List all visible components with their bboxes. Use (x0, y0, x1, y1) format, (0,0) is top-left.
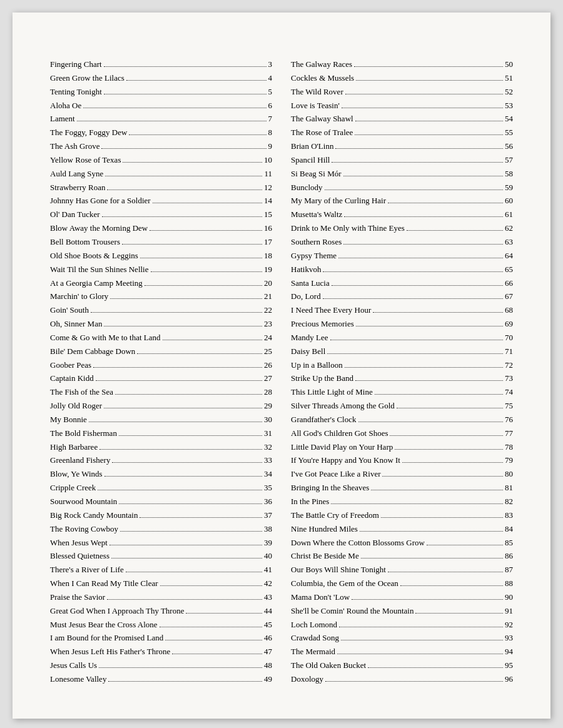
toc-entry-page: 41 (264, 564, 272, 576)
toc-entry: Must Jesus Bear the Cross Alone45 (50, 619, 272, 631)
toc-dots (354, 66, 503, 67)
toc-entry: Jolly Old Roger29 (50, 400, 272, 412)
toc-entry-page: 47 (264, 646, 272, 658)
toc-entry-title: Strawberry Roan (50, 182, 105, 194)
toc-entry: Big Rock Candy Mountain37 (50, 510, 272, 522)
toc-entry-page: 39 (264, 537, 272, 549)
toc-entry: Silver Threads Among the Gold75 (291, 400, 513, 412)
toc-entry-page: 96 (505, 674, 513, 685)
toc-columns: Fingering Chart3Green Grow the Lilacs4Te… (50, 59, 513, 687)
toc-entry: The Galway Races50 (291, 59, 513, 71)
toc-entry-page: 24 (264, 332, 272, 344)
toc-entry-page: 94 (505, 646, 513, 658)
toc-entry-page: 76 (505, 414, 513, 426)
toc-entry: Praise the Savior43 (50, 592, 272, 604)
toc-entry-page: 95 (505, 660, 513, 672)
toc-dots (98, 490, 262, 490)
toc-entry-page: 4 (268, 73, 273, 84)
toc-dots (104, 476, 262, 477)
toc-dots (358, 422, 503, 422)
toc-entry-title: My Bonnie (50, 414, 87, 426)
toc-dots (83, 108, 266, 108)
toc-dots (323, 271, 503, 272)
toc-dots (129, 134, 266, 135)
toc-entry-page: 70 (505, 332, 513, 344)
toc-entry: I am Bound for the Promised Land46 (50, 632, 272, 644)
toc-entry-page: 75 (505, 400, 513, 412)
toc-entry-title: Must Jesus Bear the Cross Alone (50, 619, 158, 631)
toc-entry: Wait Til the Sun Shines Nellie19 (50, 264, 272, 276)
toc-dots (427, 545, 503, 545)
toc-entry-title: Bringing In the Sheaves (291, 482, 369, 494)
toc-dots (104, 408, 262, 408)
toc-dots (373, 312, 503, 313)
toc-dots (107, 190, 262, 190)
toc-entry: Little David Play on Your Harp78 (291, 442, 513, 453)
toc-entry: Green Grow the Lilacs4 (50, 73, 272, 84)
toc-entry-title: Loch Lomond (291, 619, 337, 631)
toc-dots (137, 353, 262, 354)
toc-entry: Loch Lomond92 (291, 619, 513, 631)
toc-entry: She'll be Comin' Round the Mountain91 (291, 605, 513, 617)
toc-entry-page: 32 (264, 442, 272, 453)
toc-dots (145, 285, 262, 286)
toc-entry-title: Wait Til the Sun Shines Nellie (50, 264, 149, 276)
toc-entry-title: The Fish of the Sea (50, 387, 113, 398)
toc-entry-page: 28 (264, 387, 272, 398)
toc-entry: Southern Roses63 (291, 236, 513, 248)
toc-entry-page: 20 (264, 278, 272, 290)
toc-dots (105, 176, 262, 176)
toc-entry: Grandfather's Clock76 (291, 414, 513, 426)
toc-dots (151, 271, 263, 272)
toc-entry-page: 82 (505, 496, 513, 508)
toc-entry: I Need Thee Every Hour68 (291, 305, 513, 316)
toc-entry-page: 86 (505, 550, 513, 562)
toc-entry: Fingering Chart3 (50, 59, 272, 71)
toc-dots (327, 353, 503, 354)
toc-dots (150, 230, 262, 231)
toc-entry-title: Bile' Dem Cabbage Down (50, 346, 135, 358)
toc-entry-page: 83 (505, 510, 513, 522)
toc-entry: Strawberry Roan12 (50, 182, 272, 194)
toc-entry-page: 10 (264, 154, 272, 166)
toc-entry-title: Fingering Chart (50, 59, 102, 71)
toc-entry-title: If You're Happy and You Know It (291, 455, 400, 467)
toc-dots (102, 216, 262, 217)
toc-dots (339, 627, 503, 627)
toc-entry: Great God When I Approach Thy Throne44 (50, 605, 272, 617)
toc-entry-page: 51 (505, 73, 513, 84)
toc-dots (104, 94, 266, 94)
toc-entry-title: When Jesus Left His Father's Throne (50, 646, 170, 658)
toc-entry-title: In the Pines (291, 496, 329, 508)
toc-entry-page: 14 (264, 195, 272, 207)
toc-entry-page: 46 (264, 632, 272, 644)
toc-dots (153, 203, 262, 203)
toc-entry-title: Love is Teasin' (291, 100, 340, 112)
toc-entry: Aloha Oe6 (50, 100, 272, 112)
toc-entry: Blow Away the Morning Dew16 (50, 223, 272, 235)
toc-dots (123, 162, 262, 163)
toc-entry: All God's Children Got Shoes77 (291, 428, 513, 440)
toc-dots (99, 449, 262, 450)
toc-entry-title: I Need Thee Every Hour (291, 305, 371, 316)
toc-entry: Jesus Calls Us48 (50, 660, 272, 672)
toc-entry-title: Do, Lord (291, 291, 321, 303)
toc-entry-title: Bell Bottom Trousers (50, 236, 120, 248)
toc-entry-title: Jesus Calls Us (50, 660, 97, 672)
toc-dots (381, 517, 503, 518)
toc-entry-page: 81 (505, 482, 513, 494)
toc-entry-title: Brian O'Linn (291, 141, 333, 153)
toc-entry-page: 72 (505, 360, 513, 372)
toc-entry-page: 38 (264, 523, 272, 535)
toc-entry-title: Southern Roses (291, 236, 342, 248)
toc-entry: Oh, Sinner Man23 (50, 318, 272, 330)
toc-entry: My Mary of the Curling Hair60 (291, 195, 513, 207)
toc-entry: The Bold Fisherman31 (50, 428, 272, 440)
toc-entry: At a Georgia Camp Meeting20 (50, 278, 272, 290)
toc-entry-title: Lonesome Valley (50, 674, 106, 685)
toc-entry-title: The Old Oaken Bucket (291, 660, 366, 672)
toc-dots (119, 503, 262, 504)
toc-entry: Johnny Has Gone for a Soldier14 (50, 195, 272, 207)
toc-dots (126, 572, 262, 572)
toc-entry-title: Columbia, the Gem of the Ocean (291, 578, 398, 590)
